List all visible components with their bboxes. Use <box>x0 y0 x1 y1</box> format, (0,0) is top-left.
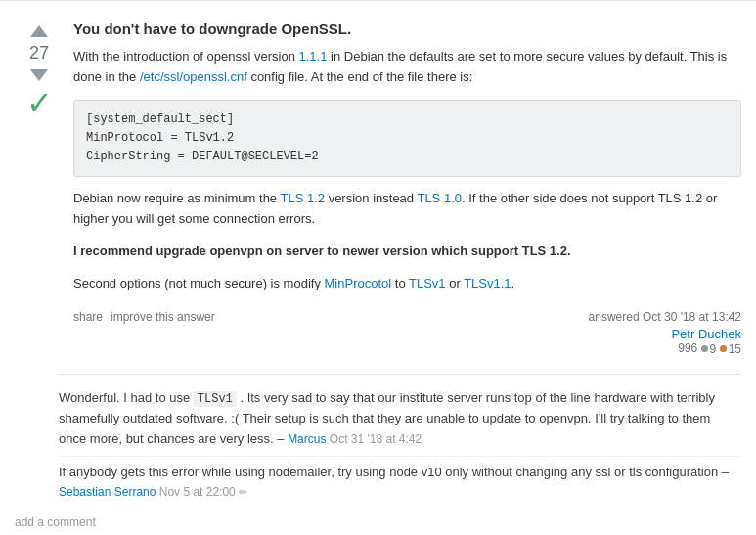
answer-body: 27 ✓ You don't have to downgrade OpenSSL… <box>0 11 756 366</box>
comment1-pre: Wonderful. I had to use <box>59 390 194 405</box>
p3-or: or <box>446 276 465 290</box>
answer-paragraph1: With the introduction of openssl version… <box>73 47 741 88</box>
vote-down-button[interactable] <box>30 69 48 81</box>
answer-paragraph2: Debian now require as minimum the TLS 1.… <box>73 189 741 230</box>
tls10-link[interactable]: TLS 1.0 <box>417 191 462 205</box>
answer-actions: share improve this answer <box>73 310 215 324</box>
p3-mid: to <box>391 276 409 290</box>
p3-post: . <box>511 276 515 290</box>
silver-badge: 9 <box>701 342 717 356</box>
config-path: /etc/ssl/openssl.cnf <box>140 69 247 84</box>
share-link[interactable]: share <box>73 310 103 324</box>
comment1-user[interactable]: Marcus <box>288 432 326 446</box>
user-rep-row: 996 9 15 <box>678 341 741 356</box>
user-info: Petr Duchek 996 9 15 <box>589 327 741 356</box>
bronze-badge: 15 <box>720 342 741 356</box>
code-block: [system_default_sect] MinProtocol = TLSv… <box>73 100 741 178</box>
answer-container: 27 ✓ You don't have to downgrade OpenSSL… <box>0 0 756 535</box>
answer-paragraph3: Second options (not much secure) is modi… <box>73 274 741 294</box>
comment2-user[interactable]: Sebastian Serrano <box>59 485 156 499</box>
bronze-count: 15 <box>729 342 741 356</box>
bronze-dot <box>720 345 727 352</box>
p2-pre: Debian now require as minimum the <box>73 191 280 205</box>
silver-dot <box>701 345 708 352</box>
edit-pencil-icon[interactable]: ✏ <box>239 486 247 498</box>
answer-bold-line: I recommend upgrade openvpn on server to… <box>73 242 741 262</box>
comment2-date: Nov 5 at 22:00 <box>156 485 239 499</box>
tlsv11-link[interactable]: TLSv1.1 <box>464 276 511 290</box>
comment2-pre: If anybody gets this error while using n… <box>59 465 729 479</box>
comments-section: Wonderful. I had to use TLSv1 . Its very… <box>59 374 741 509</box>
rep-score: 996 <box>678 341 697 355</box>
answered-info: answered Oct 30 '18 at 13:42 Petr Duchek… <box>589 310 741 356</box>
comment1-code: TLSv1 <box>194 391 237 407</box>
paragraph1-pre: With the introduction of openssl version <box>73 49 299 64</box>
paragraph1-post: config file. At the end of the file ther… <box>247 69 473 84</box>
accepted-checkmark: ✓ <box>26 87 53 118</box>
answer-meta: share improve this answer answered Oct 3… <box>73 305 741 356</box>
p3-pre: Second options (not much secure) is modi… <box>73 276 325 290</box>
version-link[interactable]: 1.1.1 <box>299 49 328 64</box>
tls12-link[interactable]: TLS 1.2 <box>280 191 325 205</box>
answer-heading: You don't have to downgrade OpenSSL. <box>73 21 741 37</box>
comment-1: Wonderful. I had to use TLSv1 . Its very… <box>59 382 741 457</box>
vote-count: 27 <box>29 43 49 64</box>
user-name[interactable]: Petr Duchek <box>671 327 741 341</box>
comment1-date: Oct 31 '18 at 4:42 <box>326 432 422 446</box>
vote-column: 27 ✓ <box>15 21 64 356</box>
vote-up-button[interactable] <box>30 25 48 37</box>
tlsv1-link[interactable]: TLSv1 <box>409 276 446 290</box>
silver-count: 9 <box>710 342 717 356</box>
comment-2: If anybody gets this error while using n… <box>59 457 741 510</box>
improve-link[interactable]: improve this answer <box>111 310 215 324</box>
bold-recommendation: I recommend upgrade openvpn on server to… <box>73 244 571 258</box>
add-comment-link[interactable]: add a comment <box>15 515 96 529</box>
content-column: You don't have to downgrade OpenSSL. Wit… <box>64 21 741 356</box>
answered-date: answered Oct 30 '18 at 13:42 <box>589 310 741 324</box>
add-comment-section: add a comment <box>15 509 756 535</box>
minprocotol-link[interactable]: MinProcotol <box>325 276 392 290</box>
p2-mid: version instead <box>325 191 417 205</box>
